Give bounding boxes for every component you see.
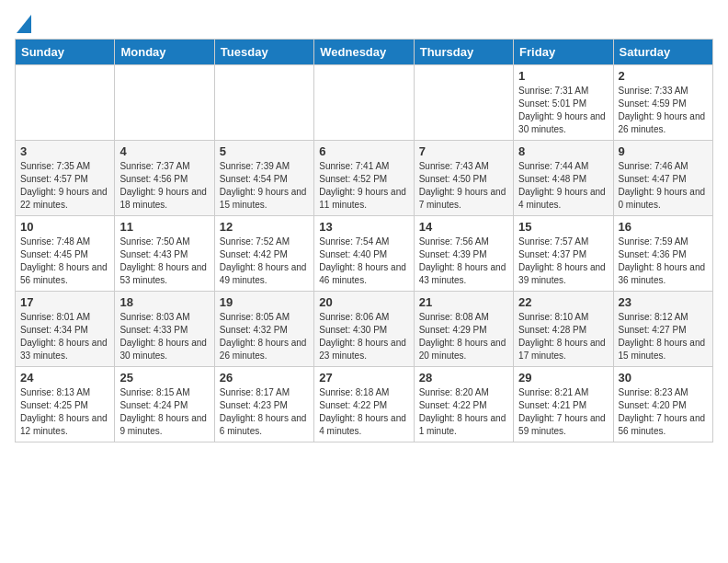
- day-info: Sunrise: 8:13 AM Sunset: 4:25 PM Dayligh…: [20, 386, 109, 438]
- day-info: Sunrise: 7:59 AM Sunset: 4:36 PM Dayligh…: [619, 236, 708, 287]
- day-info: Sunrise: 7:54 AM Sunset: 4:40 PM Dayligh…: [319, 236, 408, 287]
- day-number: 16: [619, 220, 708, 234]
- day-info: Sunrise: 7:41 AM Sunset: 4:52 PM Dayligh…: [319, 160, 408, 212]
- day-number: 30: [619, 371, 708, 385]
- calendar-cell: [16, 65, 115, 141]
- col-header-wednesday: Wednesday: [314, 40, 414, 65]
- calendar-cell: 4Sunrise: 7:37 AM Sunset: 4:56 PM Daylig…: [115, 141, 214, 216]
- calendar-cell: [115, 65, 214, 141]
- calendar-cell: 8Sunrise: 7:44 AM Sunset: 4:48 PM Daylig…: [514, 141, 613, 216]
- calendar-cell: 19Sunrise: 8:05 AM Sunset: 4:32 PM Dayli…: [214, 292, 313, 367]
- day-number: 13: [319, 220, 408, 234]
- day-info: Sunrise: 7:39 AM Sunset: 4:54 PM Dayligh…: [220, 160, 309, 212]
- day-info: Sunrise: 8:06 AM Sunset: 4:30 PM Dayligh…: [319, 311, 408, 362]
- calendar-cell: 6Sunrise: 7:41 AM Sunset: 4:52 PM Daylig…: [314, 141, 414, 216]
- col-header-saturday: Saturday: [613, 40, 712, 65]
- logo: [15, 15, 31, 31]
- calendar-cell: 16Sunrise: 7:59 AM Sunset: 4:36 PM Dayli…: [613, 216, 712, 292]
- calendar-week-4: 17Sunrise: 8:01 AM Sunset: 4:34 PM Dayli…: [16, 292, 713, 367]
- day-number: 29: [518, 371, 608, 385]
- day-info: Sunrise: 7:46 AM Sunset: 4:47 PM Dayligh…: [619, 160, 708, 212]
- day-number: 18: [119, 295, 209, 309]
- day-number: 19: [220, 295, 309, 309]
- calendar-cell: 12Sunrise: 7:52 AM Sunset: 4:42 PM Dayli…: [214, 216, 313, 292]
- calendar-cell: 30Sunrise: 8:23 AM Sunset: 4:20 PM Dayli…: [613, 367, 712, 442]
- logo-triangle-icon: [17, 15, 31, 33]
- day-info: Sunrise: 7:33 AM Sunset: 4:59 PM Dayligh…: [619, 85, 708, 136]
- day-info: Sunrise: 8:17 AM Sunset: 4:23 PM Dayligh…: [220, 386, 309, 438]
- day-number: 17: [20, 295, 109, 309]
- day-info: Sunrise: 7:37 AM Sunset: 4:56 PM Dayligh…: [119, 160, 209, 212]
- calendar-cell: 23Sunrise: 8:12 AM Sunset: 4:27 PM Dayli…: [613, 292, 712, 367]
- day-info: Sunrise: 8:10 AM Sunset: 4:28 PM Dayligh…: [518, 311, 608, 362]
- day-info: Sunrise: 8:15 AM Sunset: 4:24 PM Dayligh…: [119, 386, 209, 438]
- day-number: 3: [20, 144, 109, 158]
- day-info: Sunrise: 8:03 AM Sunset: 4:33 PM Dayligh…: [119, 311, 209, 362]
- calendar-header-row: SundayMondayTuesdayWednesdayThursdayFrid…: [16, 40, 713, 65]
- day-number: 24: [20, 371, 109, 385]
- day-info: Sunrise: 7:43 AM Sunset: 4:50 PM Dayligh…: [419, 160, 508, 212]
- calendar-cell: 21Sunrise: 8:08 AM Sunset: 4:29 PM Dayli…: [414, 292, 513, 367]
- day-info: Sunrise: 7:57 AM Sunset: 4:37 PM Dayligh…: [518, 236, 608, 287]
- day-number: 1: [518, 69, 608, 83]
- calendar-cell: [214, 65, 313, 141]
- calendar-cell: 7Sunrise: 7:43 AM Sunset: 4:50 PM Daylig…: [414, 141, 513, 216]
- day-info: Sunrise: 7:56 AM Sunset: 4:39 PM Dayligh…: [419, 236, 508, 287]
- day-info: Sunrise: 7:48 AM Sunset: 4:45 PM Dayligh…: [20, 236, 109, 287]
- day-number: 4: [119, 144, 209, 158]
- calendar-cell: 11Sunrise: 7:50 AM Sunset: 4:43 PM Dayli…: [115, 216, 214, 292]
- day-info: Sunrise: 8:18 AM Sunset: 4:22 PM Dayligh…: [319, 386, 408, 438]
- day-info: Sunrise: 8:21 AM Sunset: 4:21 PM Dayligh…: [518, 386, 608, 438]
- day-number: 15: [518, 220, 608, 234]
- day-info: Sunrise: 8:12 AM Sunset: 4:27 PM Dayligh…: [619, 311, 708, 362]
- day-number: 8: [518, 144, 608, 158]
- calendar-cell: 5Sunrise: 7:39 AM Sunset: 4:54 PM Daylig…: [214, 141, 313, 216]
- calendar-cell: 24Sunrise: 8:13 AM Sunset: 4:25 PM Dayli…: [16, 367, 115, 442]
- day-number: 20: [319, 295, 408, 309]
- day-number: 10: [20, 220, 109, 234]
- day-info: Sunrise: 8:01 AM Sunset: 4:34 PM Dayligh…: [20, 311, 109, 362]
- calendar-cell: 3Sunrise: 7:35 AM Sunset: 4:57 PM Daylig…: [16, 141, 115, 216]
- calendar-cell: 1Sunrise: 7:31 AM Sunset: 5:01 PM Daylig…: [514, 65, 613, 141]
- calendar-cell: 18Sunrise: 8:03 AM Sunset: 4:33 PM Dayli…: [115, 292, 214, 367]
- page-header: [15, 15, 713, 31]
- day-number: 26: [220, 371, 309, 385]
- calendar-week-1: 1Sunrise: 7:31 AM Sunset: 5:01 PM Daylig…: [16, 65, 713, 141]
- day-number: 7: [419, 144, 508, 158]
- svg-marker-0: [17, 15, 31, 33]
- day-info: Sunrise: 8:20 AM Sunset: 4:22 PM Dayligh…: [419, 386, 508, 438]
- day-info: Sunrise: 8:08 AM Sunset: 4:29 PM Dayligh…: [419, 311, 508, 362]
- calendar-cell: [314, 65, 414, 141]
- col-header-thursday: Thursday: [414, 40, 513, 65]
- day-number: 27: [319, 371, 408, 385]
- calendar-week-3: 10Sunrise: 7:48 AM Sunset: 4:45 PM Dayli…: [16, 216, 713, 292]
- calendar-cell: 14Sunrise: 7:56 AM Sunset: 4:39 PM Dayli…: [414, 216, 513, 292]
- day-number: 14: [419, 220, 508, 234]
- col-header-monday: Monday: [115, 40, 214, 65]
- calendar-cell: 2Sunrise: 7:33 AM Sunset: 4:59 PM Daylig…: [613, 65, 712, 141]
- day-number: 25: [119, 371, 209, 385]
- calendar-table: SundayMondayTuesdayWednesdayThursdayFrid…: [15, 39, 713, 442]
- day-number: 28: [419, 371, 508, 385]
- calendar-cell: 15Sunrise: 7:57 AM Sunset: 4:37 PM Dayli…: [514, 216, 613, 292]
- day-info: Sunrise: 7:35 AM Sunset: 4:57 PM Dayligh…: [20, 160, 109, 212]
- col-header-friday: Friday: [514, 40, 613, 65]
- calendar-week-2: 3Sunrise: 7:35 AM Sunset: 4:57 PM Daylig…: [16, 141, 713, 216]
- calendar-cell: [414, 65, 513, 141]
- day-info: Sunrise: 8:05 AM Sunset: 4:32 PM Dayligh…: [220, 311, 309, 362]
- calendar-week-5: 24Sunrise: 8:13 AM Sunset: 4:25 PM Dayli…: [16, 367, 713, 442]
- day-number: 5: [220, 144, 309, 158]
- day-number: 2: [619, 69, 708, 83]
- day-info: Sunrise: 8:23 AM Sunset: 4:20 PM Dayligh…: [619, 386, 708, 438]
- day-info: Sunrise: 7:44 AM Sunset: 4:48 PM Dayligh…: [518, 160, 608, 212]
- calendar-cell: 27Sunrise: 8:18 AM Sunset: 4:22 PM Dayli…: [314, 367, 414, 442]
- day-number: 23: [619, 295, 708, 309]
- calendar-cell: 28Sunrise: 8:20 AM Sunset: 4:22 PM Dayli…: [414, 367, 513, 442]
- calendar-cell: 22Sunrise: 8:10 AM Sunset: 4:28 PM Dayli…: [514, 292, 613, 367]
- day-info: Sunrise: 7:50 AM Sunset: 4:43 PM Dayligh…: [119, 236, 209, 287]
- day-number: 21: [419, 295, 508, 309]
- day-number: 12: [220, 220, 309, 234]
- col-header-tuesday: Tuesday: [214, 40, 313, 65]
- calendar-cell: 26Sunrise: 8:17 AM Sunset: 4:23 PM Dayli…: [214, 367, 313, 442]
- calendar-cell: 29Sunrise: 8:21 AM Sunset: 4:21 PM Dayli…: [514, 367, 613, 442]
